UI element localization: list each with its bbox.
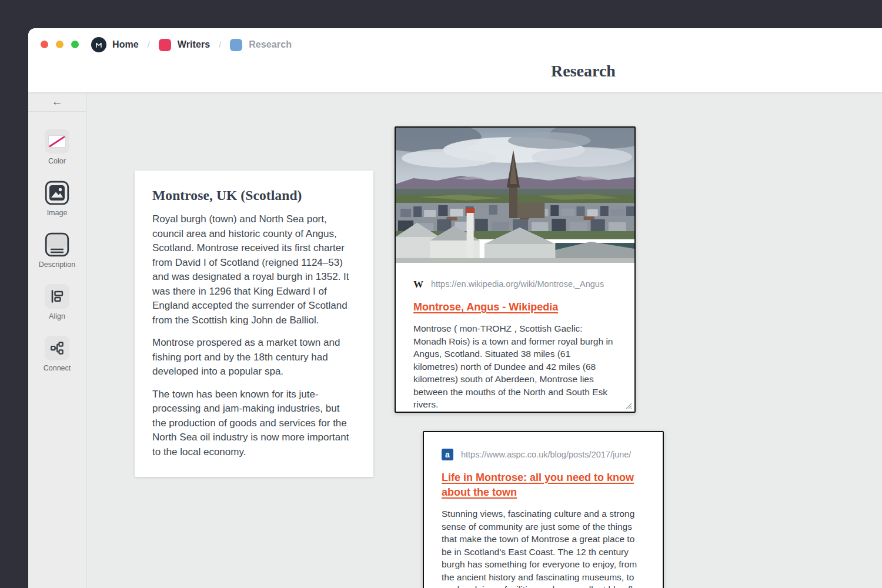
- collapse-sidebar-button[interactable]: ←: [28, 92, 86, 112]
- writers-board-icon[interactable]: [159, 39, 171, 51]
- close-window-button[interactable]: [41, 41, 48, 48]
- breadcrumb: Home / Writers / Research: [91, 37, 292, 52]
- link-description: Stunning views, fascinating culture and …: [442, 507, 645, 588]
- link-url: https://www.aspc.co.uk/blog/posts/2017/j…: [461, 450, 631, 459]
- note-paragraph: Royal burgh (town) and North Sea port, c…: [152, 212, 356, 328]
- left-arrow-icon: ←: [52, 95, 63, 108]
- note-paragraph: Montrose prospered as a market town and …: [152, 336, 356, 379]
- tool-label: Description: [39, 260, 76, 269]
- align-icon: [49, 289, 65, 304]
- tool-color[interactable]: Color: [45, 129, 69, 165]
- tool-label: Color: [48, 157, 66, 165]
- breadcrumb-separator: /: [148, 40, 150, 49]
- board-title[interactable]: Research: [551, 62, 616, 81]
- breadcrumb-item-home[interactable]: Home: [112, 39, 139, 50]
- link-card-wikipedia[interactable]: W https://en.wikipedia.org/wiki/Montrose…: [395, 126, 636, 413]
- link-title-aspc[interactable]: Life in Montrose: all you need to know a…: [442, 470, 645, 500]
- image-icon: [45, 181, 69, 205]
- resize-handle-icon[interactable]: [624, 401, 632, 409]
- color-swatch-icon: [48, 135, 66, 148]
- breadcrumb-item-writers[interactable]: Writers: [178, 39, 211, 50]
- breadcrumb-separator: /: [219, 40, 221, 49]
- tool-align[interactable]: Align: [45, 284, 69, 320]
- milanote-logo-icon[interactable]: [91, 37, 106, 52]
- tool-label: Connect: [44, 364, 71, 372]
- minimize-window-button[interactable]: [56, 41, 64, 48]
- note-title: Montrose, UK (Scotland): [152, 188, 356, 203]
- link-card-aspc[interactable]: a https://www.aspc.co.uk/blog/posts/2017…: [423, 431, 664, 588]
- tool-label: Image: [47, 209, 68, 217]
- link-description: Montrose ( mon-TROHZ , Scottish Gaelic: …: [413, 322, 617, 411]
- link-url-row: W https://en.wikipedia.org/wiki/Montrose…: [413, 278, 617, 290]
- link-title-wikipedia[interactable]: Montrose, Angus - Wikipedia: [413, 300, 558, 315]
- breadcrumb-item-research: Research: [249, 39, 292, 50]
- link-url-row: a https://www.aspc.co.uk/blog/posts/2017…: [442, 449, 645, 460]
- montrose-town-photo: [396, 128, 634, 263]
- description-icon: [45, 232, 69, 257]
- app-window: Home / Writers / Research Research ← Col: [28, 28, 882, 588]
- research-board-icon: [230, 39, 242, 51]
- board-canvas[interactable]: Montrose, UK (Scotland) Royal burgh (tow…: [86, 92, 882, 588]
- header-bar: Home / Writers / Research Research: [28, 28, 882, 92]
- tool-description[interactable]: Description: [39, 232, 76, 269]
- connect-icon: [49, 340, 65, 356]
- link-url: https://en.wikipedia.org/wiki/Montrose,_…: [431, 279, 604, 289]
- tool-label: Align: [49, 312, 65, 320]
- note-paragraph: The town has been known for its jute-pro…: [152, 387, 356, 460]
- tool-sidebar: ← Color I: [28, 92, 86, 588]
- note-card-montrose[interactable]: Montrose, UK (Scotland) Royal burgh (tow…: [135, 171, 373, 477]
- window-controls: [41, 41, 79, 48]
- tool-connect[interactable]: Connect: [44, 336, 71, 372]
- tool-image[interactable]: Image: [45, 181, 69, 217]
- aspc-favicon: a: [442, 449, 453, 460]
- zoom-window-button[interactable]: [71, 41, 79, 48]
- wikipedia-favicon: W: [413, 279, 423, 289]
